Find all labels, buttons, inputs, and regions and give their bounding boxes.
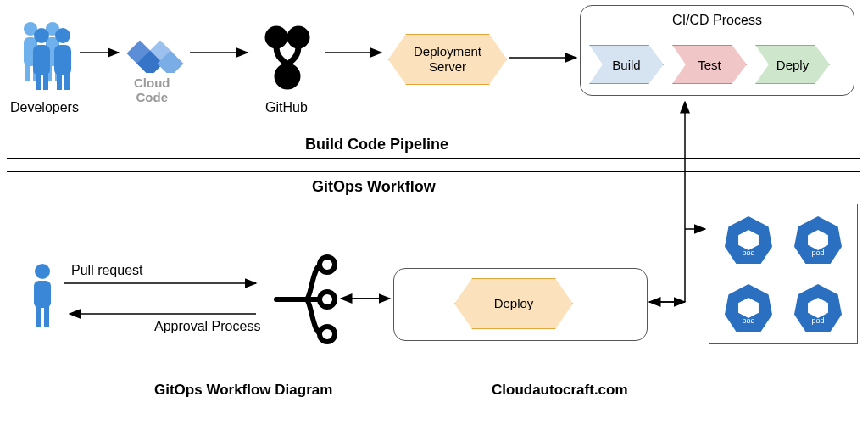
footer-left: GitOps Workflow Diagram [154, 382, 332, 399]
bottom-arrows [0, 0, 868, 430]
footer-right: Cloudautocraft.com [492, 382, 628, 399]
